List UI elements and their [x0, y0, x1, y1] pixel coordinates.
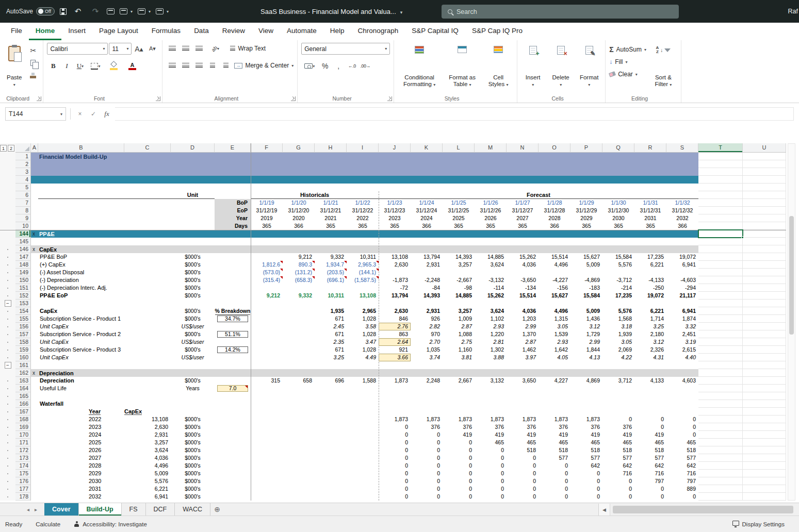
cell-L150[interactable]: -2,667 — [443, 276, 475, 284]
cell-J174[interactable]: 0 — [379, 462, 411, 470]
cell-F169[interactable] — [251, 423, 283, 431]
cell-N7[interactable]: 1/1/27 — [507, 199, 539, 207]
cell-U[interactable] — [743, 269, 786, 276]
cell-D8[interactable] — [171, 207, 215, 214]
cell-D176[interactable]: $000's — [171, 477, 215, 485]
cell-M150[interactable]: -3,132 — [475, 276, 507, 284]
cell-L163[interactable]: 2,667 — [443, 377, 475, 385]
cell-J154[interactable]: 2,630 — [379, 307, 411, 315]
cell-N160[interactable]: 3.97 — [507, 354, 539, 361]
assumption-input-157[interactable]: 51.1% — [217, 331, 248, 338]
cell-E174[interactable] — [215, 462, 251, 470]
waterfall-year-2030[interactable]: 2030 — [38, 477, 124, 485]
cell-N173[interactable]: 0 — [507, 454, 539, 462]
cell-D169[interactable]: $000's — [171, 423, 215, 431]
cell-P151[interactable]: -183 — [570, 284, 602, 292]
waterfall-year-2026[interactable]: 2026 — [38, 446, 124, 454]
row-header-161[interactable]: 161 — [15, 361, 31, 369]
cell-E149[interactable] — [215, 269, 251, 276]
row-label-166[interactable]: Waterfall — [38, 400, 124, 408]
cell-I169[interactable] — [347, 423, 379, 431]
cell-P152[interactable]: 15,584 — [570, 292, 602, 300]
cell-T[interactable] — [698, 415, 743, 423]
cell-M7[interactable]: 1/1/26 — [475, 199, 507, 207]
cell-R176[interactable]: 797 — [634, 477, 666, 485]
cell-J178[interactable]: 0 — [379, 493, 411, 501]
cell-S178[interactable]: 0 — [666, 493, 698, 501]
row-header-160[interactable]: 160 — [15, 354, 31, 361]
cell-C7[interactable] — [124, 199, 171, 207]
cell-M10[interactable]: 365 — [475, 222, 507, 230]
cell-P167[interactable] — [570, 408, 602, 415]
cell-R160[interactable]: 4.31 — [634, 354, 666, 361]
underline-button[interactable]: U▾ — [74, 60, 86, 72]
cell-G160[interactable] — [283, 354, 315, 361]
ribbon-tab-automate[interactable]: Automate — [280, 23, 323, 40]
cell-T[interactable] — [698, 261, 743, 269]
cell-U[interactable] — [743, 485, 786, 493]
cell-O175[interactable]: 0 — [539, 470, 570, 477]
cell-R8[interactable]: 31/12/31 — [634, 207, 666, 214]
row-label-148[interactable]: (+) CapEx — [38, 261, 124, 269]
cell-P163[interactable]: 4,869 — [570, 377, 602, 385]
cell-O7[interactable]: 1/1/28 — [539, 199, 570, 207]
cell-R173[interactable]: 577 — [634, 454, 666, 462]
cell-S172[interactable]: 518 — [666, 446, 698, 454]
cell-R152[interactable]: 19,072 — [634, 292, 666, 300]
col-header-D[interactable]: D — [171, 143, 215, 153]
cell-L151[interactable]: -98 — [443, 284, 475, 292]
cell-L176[interactable]: 0 — [443, 477, 475, 485]
cell-U[interactable] — [743, 415, 786, 423]
row-header-177[interactable]: 177 — [15, 485, 31, 493]
cut-button[interactable]: ✂ — [27, 45, 39, 56]
row-header-164[interactable]: 164 — [15, 385, 31, 392]
cell-U[interactable] — [743, 230, 786, 238]
cell-C150[interactable] — [124, 276, 171, 284]
cell-S155[interactable]: 1,874 — [666, 315, 698, 323]
cell-H163[interactable]: 696 — [315, 377, 347, 385]
cell-I158[interactable]: 3.47 — [347, 338, 379, 346]
cell-A172[interactable] — [31, 446, 38, 454]
cell-H10[interactable]: 365 — [315, 222, 347, 230]
cell-I10[interactable]: 365 — [347, 222, 379, 230]
cell-T[interactable] — [698, 385, 743, 392]
cell-I150[interactable]: (1,587.5) — [347, 276, 379, 284]
autosum-button[interactable]: ΣAutoSum▾ — [609, 44, 646, 55]
cell-P169[interactable]: 376 — [570, 423, 602, 431]
row-label-163[interactable]: Depreciation — [38, 377, 124, 385]
cell-J156[interactable]: 2.76 — [379, 323, 411, 330]
cell-M169[interactable]: 376 — [475, 423, 507, 431]
cell-R9[interactable]: 2031 — [634, 214, 666, 222]
cell-A170[interactable] — [31, 431, 38, 439]
cell-S150[interactable]: -4,603 — [666, 276, 698, 284]
cell-O150[interactable]: -4,227 — [539, 276, 570, 284]
cell-N147[interactable]: 15,262 — [507, 253, 539, 261]
cell-styles-button[interactable]: Cell Styles ▾ — [483, 43, 513, 90]
cell-S168[interactable]: 0 — [666, 415, 698, 423]
cell-A151[interactable] — [31, 284, 38, 292]
cell-C147[interactable] — [124, 253, 171, 261]
cell-K158[interactable]: 2.70 — [411, 338, 443, 346]
cell-I147[interactable]: 10,311 — [347, 253, 379, 261]
col-header-Q[interactable]: Q — [602, 143, 634, 153]
row-label-154[interactable]: CapEx — [38, 307, 124, 315]
ribbon-tab-page-layout[interactable]: Page Layout — [92, 23, 145, 40]
cell-C154[interactable] — [124, 307, 171, 315]
cell-G168[interactable] — [283, 415, 315, 423]
cell-E176[interactable] — [215, 477, 251, 485]
cell-U[interactable] — [743, 245, 786, 253]
cell-P177[interactable]: 0 — [570, 485, 602, 493]
cell-I164[interactable] — [347, 385, 379, 392]
cell-U[interactable] — [743, 307, 786, 315]
cell-A152[interactable] — [31, 292, 38, 300]
cell-J9[interactable]: 2023 — [379, 214, 411, 222]
cell-I170[interactable] — [347, 431, 379, 439]
cell-K8[interactable]: 31/12/24 — [411, 207, 443, 214]
cell-H169[interactable] — [315, 423, 347, 431]
cell-G174[interactable] — [283, 462, 315, 470]
cell-T[interactable] — [698, 377, 743, 385]
align-top-button[interactable] — [166, 43, 178, 54]
cell-N166[interactable] — [507, 400, 539, 408]
cell-D152[interactable]: $000's — [171, 292, 215, 300]
cell-O157[interactable]: 1,539 — [539, 330, 570, 338]
